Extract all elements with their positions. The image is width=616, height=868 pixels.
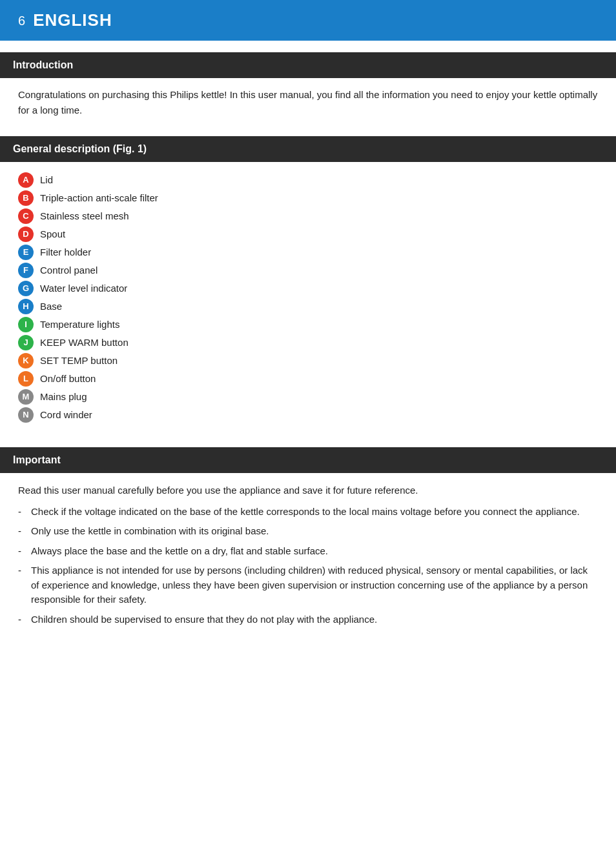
part-badge: L <box>18 371 34 387</box>
bullet-dash: - <box>18 563 31 578</box>
list-item: - Only use the kettle in combination wit… <box>18 524 598 539</box>
bullet-dash: - <box>18 505 31 520</box>
part-label: Filter holder <box>40 245 91 260</box>
bullet-text: Always place the base and the kettle on … <box>31 544 598 559</box>
part-badge: K <box>18 353 34 368</box>
list-item: H Base <box>18 299 598 314</box>
part-badge: E <box>18 245 34 260</box>
list-item: J KEEP WARM button <box>18 335 598 350</box>
part-badge: I <box>18 317 34 332</box>
part-badge: B <box>18 190 34 206</box>
part-badge: A <box>18 172 34 188</box>
page-language: ENGLISH <box>33 8 112 33</box>
list-item: - Check if the voltage indicated on the … <box>18 505 598 520</box>
section-general-description-header: General description (Fig. 1) <box>0 136 616 162</box>
part-label: Temperature lights <box>40 317 119 332</box>
list-item: L On/off button <box>18 371 598 387</box>
page-header: 6 ENGLISH <box>0 0 616 41</box>
part-badge: N <box>18 407 34 423</box>
part-label: Base <box>40 299 62 314</box>
part-label: Control panel <box>40 263 98 278</box>
part-label: KEEP WARM button <box>40 335 128 350</box>
part-label: Cord winder <box>40 407 92 423</box>
list-item: I Temperature lights <box>18 317 598 332</box>
part-badge: M <box>18 389 34 405</box>
list-item: - Always place the base and the kettle o… <box>18 544 598 559</box>
parts-list: A Lid B Triple-action anti-scale filter … <box>18 172 598 423</box>
bullet-dash: - <box>18 524 31 539</box>
list-item: - Children should be supervised to ensur… <box>18 612 598 627</box>
part-label: Lid <box>40 172 53 188</box>
bullet-text: Check if the voltage indicated on the ba… <box>31 505 598 520</box>
list-item: F Control panel <box>18 263 598 278</box>
introduction-body: Congratulations on purchasing this Phili… <box>0 78 616 125</box>
part-badge: D <box>18 227 34 242</box>
part-badge: C <box>18 208 34 224</box>
bullet-text: Children should be supervised to ensure … <box>31 612 598 627</box>
bullet-text: Only use the kettle in combination with … <box>31 524 598 539</box>
list-item: E Filter holder <box>18 245 598 260</box>
list-item: D Spout <box>18 227 598 242</box>
list-item: K SET TEMP button <box>18 353 598 368</box>
general-description-content: A Lid B Triple-action anti-scale filter … <box>0 162 616 436</box>
part-badge: G <box>18 281 34 296</box>
list-item: G Water level indicator <box>18 281 598 296</box>
bullet-text: This appliance is not intended for use b… <box>31 563 598 607</box>
part-label: Stainless steel mesh <box>40 208 129 224</box>
part-label: Triple-action anti-scale filter <box>40 190 158 206</box>
list-item: B Triple-action anti-scale filter <box>18 190 598 206</box>
list-item: N Cord winder <box>18 407 598 423</box>
list-item: M Mains plug <box>18 389 598 405</box>
part-label: Mains plug <box>40 389 87 405</box>
part-badge: F <box>18 263 34 278</box>
important-bullets: - Check if the voltage indicated on the … <box>18 505 598 627</box>
list-item: C Stainless steel mesh <box>18 208 598 224</box>
important-intro: Read this user manual carefully before y… <box>18 483 598 498</box>
bullet-dash: - <box>18 544 31 559</box>
part-label: SET TEMP button <box>40 353 118 368</box>
part-label: On/off button <box>40 371 96 387</box>
part-badge: J <box>18 335 34 350</box>
list-item: A Lid <box>18 172 598 188</box>
part-label: Water level indicator <box>40 281 127 296</box>
list-item: - This appliance is not intended for use… <box>18 563 598 607</box>
part-badge: H <box>18 299 34 314</box>
important-content: Read this user manual carefully before y… <box>0 473 616 642</box>
part-label: Spout <box>40 227 65 242</box>
page-number: 6 <box>18 11 25 30</box>
bullet-dash: - <box>18 612 31 627</box>
section-introduction-header: Introduction <box>0 52 616 78</box>
section-important-header: Important <box>0 447 616 473</box>
